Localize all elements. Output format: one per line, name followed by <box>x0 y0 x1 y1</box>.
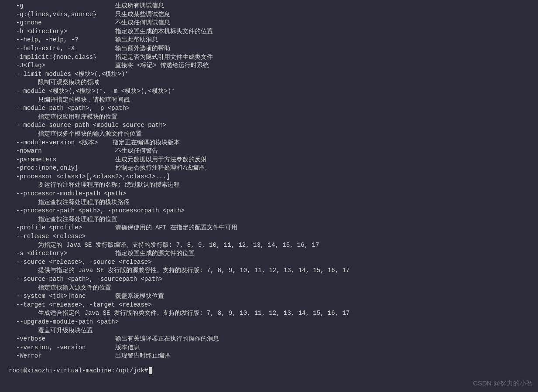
output-line: 指定查找注释处理程序的模块路径 <box>9 198 538 207</box>
output-line: 要运行的注释处理程序的名称; 绕过默认的搜索进程 <box>9 181 538 190</box>
output-line: 生成适合指定的 Java SE 发行版的类文件。支持的发行版: 7, 8, 9,… <box>9 309 538 318</box>
watermark: CSDN @努力的小智 <box>473 378 533 388</box>
output-line: --release <release> <box>9 232 538 241</box>
output-line: --source <release>, -source <release> <box>9 258 538 267</box>
output-line: 只编译指定的模块，请检查时间戳 <box>9 96 538 105</box>
output-line: -verbose 输出有关编译器正在执行的操作的消息 <box>9 335 538 344</box>
output-line: -s <directory> 指定放置生成的源文件的位置 <box>9 249 538 258</box>
output-line: -g 生成所有调试信息 <box>9 2 538 10</box>
output-line: 指定查找注释处理程序的位置 <box>9 215 538 224</box>
output-line: --help, -help, -? 输出此帮助消息 <box>9 36 538 44</box>
output-line: --processor-path <path>, -processorpath … <box>9 207 538 215</box>
output-line: --target <release>, -target <release> <box>9 301 538 310</box>
output-line: --processor-module-path <path> <box>9 190 538 198</box>
output-line: -parameters 生成元数据以用于方法参数的反射 <box>9 156 538 164</box>
output-line: 指定查找应用程序模块的位置 <box>9 113 538 122</box>
output-line: 限制可观察模块的领域 <box>9 78 538 87</box>
output-line: -Werror 出现警告时终止编译 <box>9 352 538 361</box>
prompt-line[interactable]: root@xiaozhi-virtual-machine:/opt/jdk# <box>0 367 538 375</box>
output-line: -g:none 不生成任何调试信息 <box>9 19 538 27</box>
output-line: -J<flag> 直接将 <标记> 传递给运行时系统 <box>9 61 538 70</box>
output-line: --version, -version 版本信息 <box>9 344 538 352</box>
output-line: --module-version <版本> 指定正在编译的模块版本 <box>9 139 538 147</box>
output-line: --help-extra, -X 输出额外选项的帮助 <box>9 44 538 53</box>
output-line: --source-path <path>, -sourcepath <path> <box>9 275 538 284</box>
output-line: 为指定的 Java SE 发行版编译。支持的发行版: 7, 8, 9, 10, … <box>9 241 538 250</box>
cursor <box>149 367 152 374</box>
output-line: -profile <profile> 请确保使用的 API 在指定的配置文件中可… <box>9 224 538 232</box>
output-line: --limit-modules <模块>(,<模块>)* <box>9 70 538 79</box>
output-line: 指定查找多个模块的输入源文件的位置 <box>9 130 538 139</box>
terminal-output: -g 生成所有调试信息 -g:{lines,vars,source} 只生成某些… <box>0 2 538 361</box>
output-line: 指定查找输入源文件的位置 <box>9 284 538 293</box>
output-line: 提供与指定的 Java SE 发行版的源兼容性。支持的发行版: 7, 8, 9,… <box>9 266 538 275</box>
output-line: 覆盖可升级模块位置 <box>9 327 538 335</box>
output-line: --upgrade-module-path <path> <box>9 318 538 327</box>
output-line: -nowarn 不生成任何警告 <box>9 147 538 156</box>
output-line: -implicit:{none,class} 指定是否为隐式引用文件生成类文件 <box>9 53 538 62</box>
output-line: --system <jdk>|none 覆盖系统模块位置 <box>9 292 538 301</box>
output-line: -h <directory> 指定放置生成的本机标头文件的位置 <box>9 27 538 36</box>
shell-prompt: root@xiaozhi-virtual-machine:/opt/jdk# <box>9 367 148 374</box>
output-line: -proc:{none,only} 控制是否执行注释处理和/或编译。 <box>9 164 538 173</box>
output-line: --module-source-path <module-source-path… <box>9 121 538 130</box>
output-line: --module <模块>(,<模块>)*, -m <模块>(,<模块>)* <box>9 87 538 96</box>
output-line: --module-path <path>, -p <path> <box>9 104 538 113</box>
output-line: -g:{lines,vars,source} 只生成某些调试信息 <box>9 10 538 19</box>
output-line: -processor <class1>[,<class2>,<class3>..… <box>9 173 538 181</box>
